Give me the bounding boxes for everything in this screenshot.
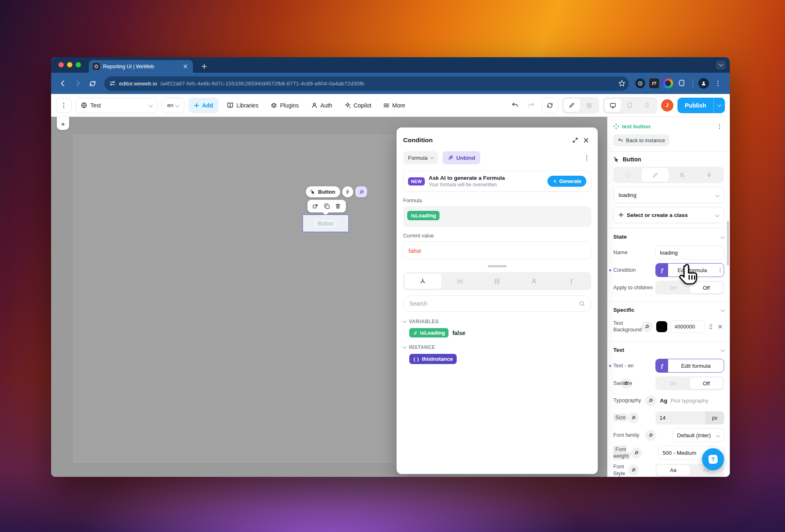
text-section-header[interactable]: Text xyxy=(613,347,724,353)
preview-mode-button[interactable] xyxy=(581,99,597,112)
trash-icon[interactable] xyxy=(335,203,341,209)
element-binding-button[interactable] xyxy=(355,186,367,197)
sanitize-on-option[interactable]: On xyxy=(657,378,690,389)
publish-button[interactable]: Publish xyxy=(677,102,713,109)
tab-close-icon[interactable] xyxy=(182,63,189,70)
apply-on-option[interactable]: On xyxy=(657,282,690,293)
extension-f-icon[interactable]: f? xyxy=(648,78,660,89)
tablet-view-button[interactable] xyxy=(622,99,638,112)
search-field[interactable] xyxy=(403,295,591,312)
bind-plug-icon[interactable] xyxy=(641,321,653,332)
condition-formula-button[interactable]: ƒ Edit formula xyxy=(655,263,724,277)
extensions-puzzle-icon[interactable] xyxy=(676,78,688,89)
element-interactions-button[interactable] xyxy=(342,186,353,197)
search-input[interactable] xyxy=(409,300,576,307)
specific-section-header[interactable]: Specific xyxy=(613,307,724,313)
bind-plug-icon[interactable] xyxy=(631,447,642,458)
unwrap-icon[interactable] xyxy=(312,203,318,209)
publish-options-button[interactable] xyxy=(714,105,725,106)
tab-search-chevron-button[interactable] xyxy=(716,60,726,69)
binding-type-dropdown[interactable]: Formula xyxy=(403,151,438,164)
desktop-view-button[interactable] xyxy=(605,99,621,112)
variables-group-header[interactable]: VARIABLES xyxy=(403,319,591,324)
zoom-window-button[interactable] xyxy=(76,62,81,67)
expand-modal-icon[interactable] xyxy=(570,135,581,145)
language-selector[interactable]: en xyxy=(161,98,184,113)
tab-position[interactable] xyxy=(615,168,641,182)
instance-item[interactable]: { } thisInstance xyxy=(409,354,591,364)
expand-panel-tab[interactable]: » xyxy=(57,117,69,130)
browser-tab[interactable]: Reporting UI | WeWeb xyxy=(89,60,193,73)
drag-grid-icon[interactable] xyxy=(706,322,714,331)
resize-handle[interactable] xyxy=(488,265,507,267)
tab-variables[interactable] xyxy=(404,273,442,289)
tab-javascript[interactable]: (x) xyxy=(442,273,479,289)
undo-button[interactable] xyxy=(509,99,521,112)
reload-button[interactable] xyxy=(86,77,99,89)
more-button[interactable]: More xyxy=(379,102,409,109)
libraries-button[interactable]: Libraries xyxy=(223,102,262,109)
bind-plug-icon[interactable] xyxy=(645,430,656,441)
component-menu-button[interactable] xyxy=(715,122,724,131)
typography-placeholder[interactable]: Pick typography xyxy=(671,398,709,404)
apply-off-option[interactable]: Off xyxy=(690,282,723,293)
instance-group-header[interactable]: INSTANCE xyxy=(403,344,591,350)
sync-button[interactable] xyxy=(542,98,558,113)
tab-collections[interactable] xyxy=(479,273,516,289)
condition-menu-button[interactable] xyxy=(716,266,724,275)
site-settings-icon[interactable] xyxy=(109,80,116,87)
extension-password-icon[interactable] xyxy=(635,78,646,89)
sanitize-off-option[interactable]: Off xyxy=(690,378,723,389)
extension-color-icon[interactable] xyxy=(662,78,674,89)
sidebar-scrollbar[interactable] xyxy=(727,221,729,266)
mobile-view-button[interactable] xyxy=(639,99,655,112)
formula-editor[interactable]: isLoading xyxy=(403,206,591,227)
tab-formulas[interactable]: ƒ xyxy=(553,273,590,289)
text-formula-button[interactable]: ƒ Edit formula xyxy=(655,359,724,373)
remove-color-icon[interactable] xyxy=(716,322,724,331)
user-avatar[interactable]: J xyxy=(661,99,673,112)
state-name-input[interactable] xyxy=(655,246,724,259)
page-selector[interactable]: Test xyxy=(76,98,157,113)
generate-button[interactable]: Generate xyxy=(547,176,586,187)
class-selector-dropdown[interactable]: Select or create a class xyxy=(613,207,724,223)
font-size-input[interactable] xyxy=(655,415,705,421)
formula-menu-button[interactable] xyxy=(582,153,591,162)
state-section-header[interactable]: State xyxy=(613,234,724,240)
new-tab-button[interactable] xyxy=(199,61,209,71)
redo-button[interactable] xyxy=(525,99,538,112)
duplicate-icon[interactable] xyxy=(324,203,330,209)
bind-plug-icon[interactable] xyxy=(645,395,656,406)
close-modal-icon[interactable] xyxy=(581,135,591,145)
url-bar[interactable]: editor.weweb.io/a4f22a87-fefc-4e6b-9d7c-… xyxy=(104,76,629,91)
edit-mode-button[interactable] xyxy=(564,99,580,112)
profile-avatar[interactable] xyxy=(698,78,709,89)
variable-item[interactable]: isLoading false xyxy=(409,328,591,338)
minimize-window-button[interactable] xyxy=(67,62,72,67)
tab-interactions[interactable] xyxy=(696,168,723,182)
font-family-dropdown[interactable]: Default (Inter) xyxy=(673,428,724,442)
browser-menu-icon[interactable] xyxy=(712,77,724,89)
state-selector-dropdown[interactable]: loading xyxy=(613,187,724,203)
add-button[interactable]: Add xyxy=(188,98,219,113)
tab-user[interactable] xyxy=(516,273,553,289)
back-button[interactable] xyxy=(57,77,69,89)
copilot-button[interactable]: Copilot xyxy=(341,102,376,109)
hex-color-input[interactable] xyxy=(671,320,705,333)
bind-plug-icon[interactable] xyxy=(628,412,639,423)
bind-plug-icon[interactable] xyxy=(628,465,639,476)
help-chat-button[interactable]: ? xyxy=(702,448,724,470)
back-to-instance-button[interactable]: Back to instance xyxy=(613,134,669,146)
tab-settings[interactable] xyxy=(669,168,696,182)
unbind-button[interactable]: Unbind xyxy=(442,151,481,164)
bookmark-star-icon[interactable] xyxy=(618,80,626,87)
color-swatch[interactable] xyxy=(656,321,667,332)
canvas-button-element[interactable]: Button xyxy=(303,215,349,232)
forward-button[interactable] xyxy=(72,77,84,89)
font-size-unit[interactable]: px xyxy=(705,411,724,425)
font-style-normal[interactable]: Aa xyxy=(657,465,690,476)
project-menu-button[interactable] xyxy=(56,98,72,113)
auth-button[interactable]: Auth xyxy=(307,102,336,109)
formula-token[interactable]: isLoading xyxy=(407,211,440,220)
tab-styles[interactable] xyxy=(641,168,668,182)
